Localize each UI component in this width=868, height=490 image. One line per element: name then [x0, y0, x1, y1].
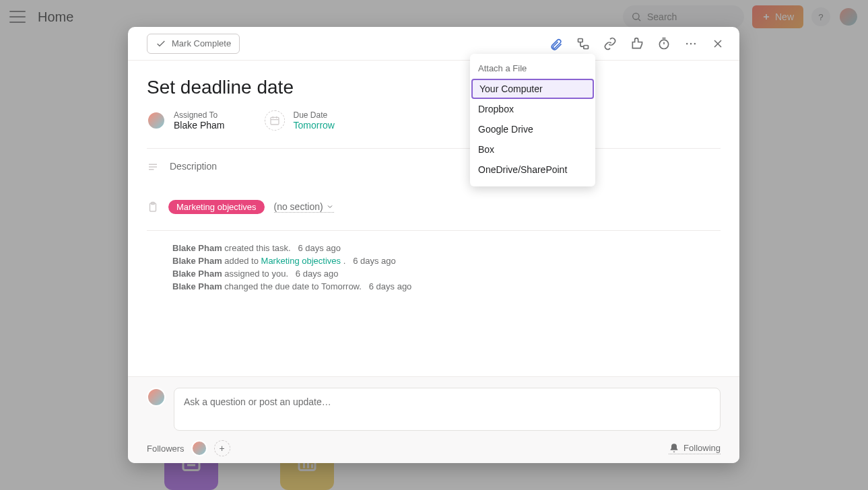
following-label: Following	[683, 443, 721, 453]
history-tail: .	[343, 256, 346, 266]
history-who: Blake Pham	[172, 243, 222, 253]
history-action: created this task.	[224, 243, 290, 253]
followers-left: Followers +	[147, 440, 230, 456]
task-modal: Mark Complete	[128, 27, 739, 463]
due-label: Due Date	[293, 110, 334, 120]
assigned-label: Assigned To	[174, 110, 224, 120]
svg-rect-21	[271, 117, 279, 125]
comment-placeholder: Ask a question or post an update…	[184, 396, 331, 407]
project-pill[interactable]: Marketing objectives	[168, 200, 265, 214]
dropdown-item-box[interactable]: Box	[470, 139, 595, 160]
dropdown-title: Attach a File	[470, 61, 595, 79]
dropdown-item-your-computer[interactable]: Your Computer	[471, 79, 594, 99]
followers-label: Followers	[147, 444, 185, 454]
header-actions	[548, 36, 726, 52]
history-link[interactable]: Marketing objectives	[261, 256, 341, 266]
history-who: Blake Pham	[172, 269, 222, 279]
close-icon[interactable]	[710, 36, 726, 52]
commenter-avatar	[147, 388, 166, 407]
history-when: 6 days ago	[369, 281, 412, 291]
svg-rect-12	[584, 45, 589, 48]
project-row: Marketing objectives (no section)	[147, 200, 721, 214]
history-item: Blake Pham added to Marketing objectives…	[172, 256, 721, 266]
timer-icon[interactable]	[656, 36, 672, 52]
more-icon[interactable]	[683, 36, 699, 52]
history-item: Blake Pham created this task. 6 days ago	[172, 243, 721, 253]
description-icon	[147, 161, 160, 173]
history-when: 6 days ago	[296, 269, 339, 279]
followers-row: Followers + Following	[147, 440, 721, 456]
calendar-icon	[265, 110, 285, 131]
svg-point-17	[690, 42, 692, 44]
following-toggle[interactable]: Following	[669, 443, 721, 454]
chevron-down-icon	[326, 203, 334, 211]
section-label: (no section)	[274, 201, 323, 212]
svg-point-13	[659, 40, 668, 48]
svg-rect-11	[578, 38, 583, 42]
history-action: assigned to you.	[224, 269, 288, 279]
modal-body: Set deadline date Assigned To Blake Pham…	[128, 61, 739, 376]
divider-2	[147, 230, 721, 231]
mark-complete-button[interactable]: Mark Complete	[147, 34, 240, 54]
assigned-to[interactable]: Assigned To Blake Pham	[147, 110, 224, 131]
add-follower-button[interactable]: +	[214, 440, 230, 456]
dropdown-item-dropbox[interactable]: Dropbox	[470, 99, 595, 119]
history-when: 6 days ago	[298, 243, 341, 253]
divider	[147, 148, 721, 149]
svg-point-18	[694, 42, 696, 44]
history-action: changed the due date to Tomorrow.	[224, 281, 362, 291]
check-icon	[156, 38, 166, 49]
comment-area: Ask a question or post an update… Follow…	[128, 376, 739, 463]
history-action: added to	[224, 256, 259, 266]
mark-complete-label: Mark Complete	[172, 38, 231, 48]
dropdown-item-onedrive[interactable]: OneDrive/SharePoint	[470, 160, 595, 180]
due-value: Tomorrow	[293, 120, 334, 131]
description-placeholder: Description	[170, 161, 217, 173]
section-dropdown[interactable]: (no section)	[274, 201, 334, 213]
follower-avatar[interactable]	[191, 440, 207, 456]
comment-input[interactable]: Ask a question or post an update…	[174, 388, 721, 431]
history-item: Blake Pham assigned to you. 6 days ago	[172, 269, 721, 279]
modal-header: Mark Complete	[128, 27, 739, 61]
due-date[interactable]: Due Date Tomorrow	[265, 110, 334, 131]
subtask-icon[interactable]	[575, 36, 591, 52]
svg-point-16	[686, 42, 688, 44]
dropdown-item-google-drive[interactable]: Google Drive	[470, 119, 595, 139]
history-who: Blake Pham	[172, 256, 222, 266]
description-field[interactable]: Description	[147, 161, 721, 173]
attachment-icon[interactable]	[548, 36, 564, 52]
comment-row: Ask a question or post an update…	[147, 388, 721, 431]
meta-row: Assigned To Blake Pham Due Date Tomorrow	[147, 110, 721, 131]
task-history: Blake Pham created this task. 6 days ago…	[147, 243, 721, 291]
history-item: Blake Pham changed the due date to Tomor…	[172, 281, 721, 291]
clipboard-icon	[147, 201, 159, 213]
task-title[interactable]: Set deadline date	[147, 77, 721, 98]
bell-icon	[669, 443, 679, 454]
thumbs-up-icon[interactable]	[629, 36, 645, 52]
attach-file-dropdown: Attach a File Your Computer Dropbox Goog…	[470, 54, 595, 186]
assignee-avatar	[147, 111, 166, 130]
assigned-value: Blake Pham	[174, 120, 224, 131]
history-when: 6 days ago	[353, 256, 396, 266]
history-who: Blake Pham	[172, 281, 222, 291]
link-icon[interactable]	[602, 36, 618, 52]
